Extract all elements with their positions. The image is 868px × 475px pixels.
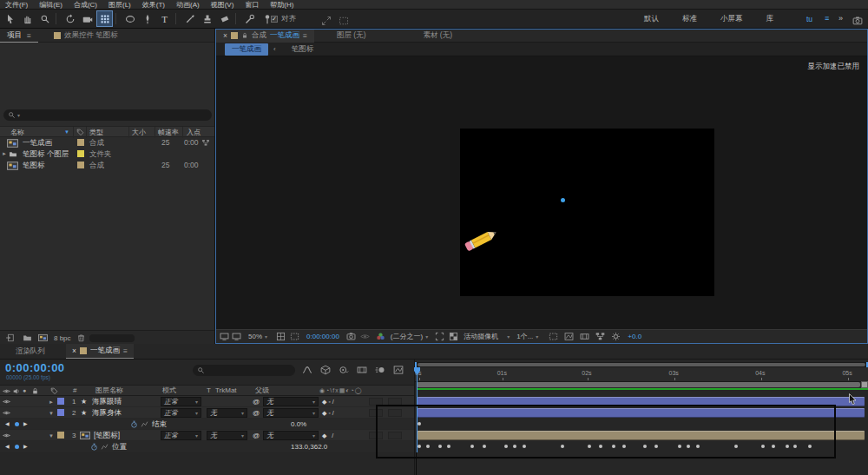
tab-effect-controls[interactable]: 效果控件 笔图标 <box>54 30 118 41</box>
brush-tool[interactable] <box>182 11 197 26</box>
property-row-end[interactable]: ◀ ▶ 结束 0.0% <box>0 419 414 430</box>
layer-switches[interactable]: ◆◦/ <box>322 396 336 407</box>
new-composition-icon[interactable] <box>38 333 48 342</box>
parent-pickwhip-icon[interactable]: @ <box>253 396 260 407</box>
keyframe[interactable] <box>426 445 430 448</box>
lock-icon[interactable] <box>241 32 248 39</box>
clone-stamp-tool[interactable] <box>200 11 214 26</box>
panel-menu-icon[interactable]: ≡ <box>303 31 307 40</box>
menu-item[interactable]: 视图(V) <box>211 0 234 10</box>
prev-keyframe-icon[interactable]: ◀ <box>5 441 10 452</box>
project-row-comp-1[interactable]: 一笔成画 合成 25 0:00 <box>0 137 214 148</box>
parent-pickwhip-icon[interactable]: @ <box>253 407 260 419</box>
collapse-arrow-icon[interactable]: ▼ <box>49 407 54 419</box>
property-value[interactable]: 0.0% <box>291 419 306 430</box>
keyframe[interactable] <box>504 445 508 448</box>
chevron-overflow-icon[interactable]: » <box>838 14 843 23</box>
keyframe[interactable] <box>588 445 591 448</box>
keyframe[interactable] <box>470 445 474 448</box>
magnification-dropdown[interactable]: 50% <box>248 333 262 340</box>
keyframe[interactable] <box>793 445 797 448</box>
pixel-aspect-icon[interactable] <box>549 332 558 341</box>
media-toggle-icon[interactable] <box>852 14 863 30</box>
keyframe[interactable] <box>687 445 690 448</box>
mode-dropdown[interactable]: 正常▾ <box>161 397 201 406</box>
menu-item[interactable]: 编辑(E) <box>39 0 62 10</box>
checkbox-icon[interactable]: ✓ <box>271 16 278 23</box>
tab-project[interactable]: 项目 ≡ <box>0 29 38 43</box>
comp-tab-active[interactable]: 一笔成画 <box>225 43 268 56</box>
hide-shy-layers-icon[interactable] <box>339 365 349 375</box>
timeline-columns-header[interactable]: ● # 图层名称 模式 T TrkMat 父级 ◉◔\fx▦◐◔◯ <box>0 385 414 396</box>
project-row-folder[interactable]: ► 笔图标 个图层 文件夹 <box>0 148 214 160</box>
comp-flowchart-icon[interactable] <box>595 332 605 341</box>
keyframe[interactable] <box>622 445 626 448</box>
roto-brush-tool[interactable] <box>242 11 257 26</box>
expand-arrow-icon[interactable]: ► <box>49 396 54 407</box>
eraser-tool[interactable] <box>217 11 232 26</box>
toolbar-extra-icon-1[interactable] <box>321 14 332 30</box>
layer-row-1[interactable]: ► 1 ★ 海豚眼睛 正常▾ @ 无▾ ◆◦/ <box>0 396 414 407</box>
keyframe[interactable] <box>447 445 450 448</box>
tab-composition[interactable]: × 合成 一笔成画 ≡ <box>216 30 314 43</box>
keyframe-indicator[interactable] <box>15 422 19 426</box>
toolbar-extra-icon-2[interactable] <box>339 14 349 30</box>
selection-tool[interactable] <box>3 11 17 26</box>
label-color-swatch[interactable] <box>57 409 64 416</box>
layer-bar-2[interactable] <box>418 408 865 418</box>
camera-view-dropdown[interactable]: 活动摄像机 <box>464 332 498 341</box>
draft-3d-icon[interactable] <box>320 365 331 375</box>
menu-item[interactable]: 图层(L) <box>108 0 131 10</box>
fast-previews-icon[interactable] <box>564 332 574 341</box>
property-value[interactable]: 133.0,362.0 <box>291 441 327 452</box>
layer-row-3[interactable]: ▼ 3 [笔图标] 正常▾ 无▾ @ 无▾ ◆ / <box>0 430 414 441</box>
parent-dropdown[interactable]: 无▾ <box>263 431 319 440</box>
panel-menu-icon[interactable]: ≡ <box>123 346 128 355</box>
property-name[interactable]: 位置 <box>112 441 127 452</box>
keyframe[interactable] <box>786 445 789 448</box>
audio-column-icon[interactable] <box>12 387 20 395</box>
show-snapshot-icon[interactable] <box>360 332 370 341</box>
resolution-dropdown[interactable]: (二分之一) <box>391 332 423 341</box>
interpret-footage-icon[interactable] <box>5 333 15 342</box>
keyframe[interactable] <box>418 445 421 448</box>
keyframe[interactable] <box>678 445 681 448</box>
label-swatch[interactable] <box>77 162 84 168</box>
scrollbar-thumb[interactable] <box>418 363 865 366</box>
keyframe[interactable] <box>761 445 765 448</box>
layer-bar-3[interactable] <box>418 431 865 440</box>
text-tool[interactable]: T <box>157 11 172 26</box>
graph-icon[interactable] <box>141 420 148 428</box>
next-keyframe-icon[interactable]: ▶ <box>23 419 28 430</box>
frame-blending-icon[interactable] <box>357 365 367 375</box>
eye-icon[interactable] <box>3 432 10 439</box>
graph-editor-icon[interactable] <box>393 365 404 375</box>
layer-name[interactable]: [笔图标] <box>94 430 120 441</box>
current-timecode[interactable]: 0:00:00:00 <box>5 361 65 374</box>
preview-timecode[interactable]: 0:00:00:00 <box>306 333 339 340</box>
tab-timeline-comp[interactable]: × 一笔成画 ≡ <box>66 344 134 359</box>
stopwatch-icon[interactable] <box>130 420 138 428</box>
eye-icon[interactable] <box>3 398 10 406</box>
stopwatch-icon[interactable] <box>90 443 98 451</box>
parent-dropdown[interactable]: 无▾ <box>263 408 319 418</box>
zoom-handle[interactable] <box>861 381 868 388</box>
switch-cell[interactable] <box>388 409 402 417</box>
layer-row-2[interactable]: ▼ 2 ★ 海豚身体 正常▾ 无▾ @ 无▾ ◆◦/ <box>0 407 414 419</box>
mode-dropdown[interactable]: 正常▾ <box>161 431 201 440</box>
composition-canvas[interactable] <box>460 129 714 296</box>
region-of-interest-icon[interactable] <box>435 332 444 341</box>
workspace-button[interactable]: 小屏幕 <box>720 14 743 24</box>
project-search-input[interactable]: ▾ <box>3 109 212 121</box>
close-icon[interactable]: × <box>72 346 76 355</box>
keyframe[interactable] <box>561 445 564 448</box>
tab-overflow-icon[interactable]: ‹ <box>273 45 276 53</box>
comp-tab-inactive[interactable]: 笔图标 <box>285 43 321 56</box>
timeline-wipe-icon[interactable] <box>580 332 589 341</box>
motion-blur-icon[interactable] <box>375 365 385 375</box>
keyframe[interactable] <box>523 445 526 448</box>
workspace-button[interactable]: 库 <box>766 14 774 24</box>
trkmat-dropdown[interactable]: 无▾ <box>207 431 247 440</box>
property-row-position[interactable]: ◀ ▶ 位置 133.0,362.0 <box>0 441 414 452</box>
hand-tool[interactable] <box>20 11 35 26</box>
